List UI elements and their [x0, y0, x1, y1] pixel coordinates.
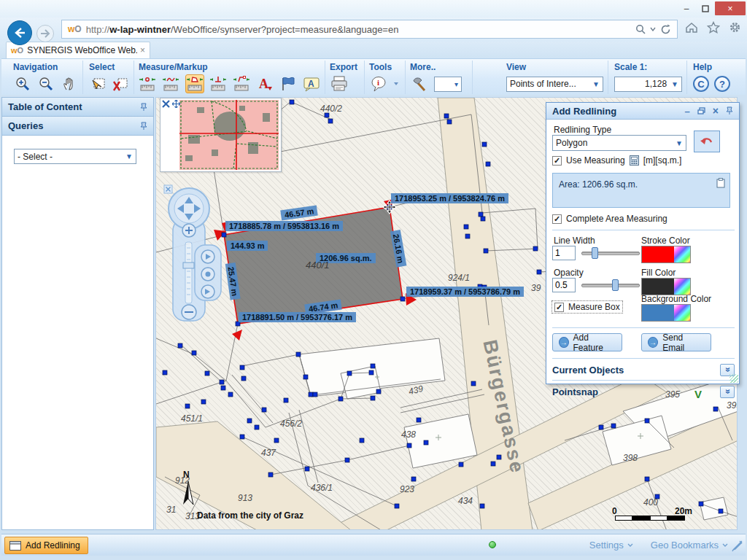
color-picker-rainbow[interactable] — [674, 246, 690, 262]
refresh-icon[interactable] — [660, 24, 671, 35]
measure-path-button[interactable] — [233, 74, 251, 93]
tab-weboffice[interactable]: wO SYNERGIS WebOffice Web... × — [6, 42, 150, 58]
pin-icon[interactable] — [140, 122, 147, 131]
checkbox-checked[interactable]: ✓ — [554, 303, 564, 312]
measure-line-button[interactable] — [162, 74, 180, 93]
titlebar: – × — [0, 0, 747, 18]
maximize-button[interactable] — [696, 1, 715, 15]
tools-hammer-button[interactable] — [410, 74, 429, 93]
query-select[interactable]: - Select - ▼ — [14, 149, 136, 164]
favorites-star-icon[interactable] — [707, 21, 720, 34]
more-tools-select[interactable]: ▾ — [434, 77, 462, 92]
use-measuring-label: Use Measuring — [566, 155, 625, 166]
geo-bookmarks-menu[interactable]: Geo Bookmarks — [651, 540, 728, 551]
copyright-button[interactable]: C — [693, 76, 709, 92]
tab-close-icon[interactable]: × — [140, 45, 145, 55]
minimize-button[interactable]: – — [677, 1, 696, 15]
close-button[interactable]: × — [715, 1, 746, 15]
geo-bookmarks-label: Geo Bookmarks — [651, 540, 719, 551]
toolbar-group-more: More.. ▾ — [406, 61, 473, 94]
background-color-label: Background Color — [641, 294, 711, 304]
stroke-color-value[interactable] — [642, 246, 674, 262]
overview-move-icon[interactable] — [172, 100, 180, 108]
send-email-button[interactable]: → Send Email — [641, 333, 711, 351]
group-title-measure: Measure/Markup — [139, 62, 320, 74]
stroke-color-swatch[interactable] — [641, 246, 691, 263]
back-button[interactable] — [7, 20, 32, 45]
pin-icon[interactable] — [140, 103, 147, 112]
forward-button[interactable] — [36, 25, 54, 42]
panel-minimize-icon[interactable]: – — [685, 106, 690, 117]
fill-color-swatch[interactable] — [641, 278, 691, 295]
calculator-icon — [630, 155, 639, 166]
search-dropdown-icon[interactable] — [650, 27, 656, 31]
slider-thumb[interactable] — [612, 279, 619, 291]
color-picker-rainbow[interactable] — [674, 279, 690, 295]
use-measuring-checkbox[interactable]: ✓ Use Measuring [m][sq.m.] — [552, 155, 681, 166]
sidebar-item-table-of-content[interactable]: Table of Content — [2, 98, 153, 117]
help-button[interactable]: ? — [714, 76, 730, 92]
window-icon — [9, 541, 21, 551]
expand-pointsnap-button[interactable]: « — [720, 386, 735, 398]
color-picker-rainbow[interactable] — [674, 305, 690, 321]
print-button[interactable] — [330, 74, 349, 93]
clipboard-icon[interactable] — [716, 178, 725, 188]
maptip-button[interactable]: i — [369, 74, 388, 93]
zoom-out-button[interactable] — [36, 74, 55, 93]
pointsnap-section[interactable]: Pointsnap « — [546, 383, 740, 400]
opacity-input[interactable] — [552, 278, 576, 292]
add-label-button[interactable]: A — [302, 74, 320, 93]
browser-window: – × wO http://w-lap-wintner/WebOffice/sy… — [0, 0, 747, 560]
panel-titlebar[interactable]: Add Redlining – × — [546, 103, 739, 120]
sidebar-item-queries[interactable]: Queries — [2, 117, 153, 136]
measure-path-icon — [233, 75, 250, 93]
current-objects-section[interactable]: Current Objects « — [546, 361, 740, 378]
settings-menu[interactable]: Settings — [589, 540, 633, 551]
home-icon[interactable] — [685, 22, 698, 34]
measure-area-button[interactable] — [185, 74, 204, 93]
slider-thumb[interactable] — [592, 247, 598, 259]
add-redlining-task-button[interactable]: Add Redlining — [4, 537, 88, 554]
background-color-swatch[interactable] — [641, 304, 691, 322]
scale-select[interactable]: 1,128 ▼ — [614, 77, 682, 92]
settings-gear-icon[interactable] — [729, 21, 741, 34]
map-nav-widget[interactable] — [163, 184, 215, 322]
complete-area-checkbox[interactable]: ✓ Complete Area Measuring — [552, 214, 667, 224]
view-select[interactable]: Points of Intere... ▼ — [506, 77, 603, 92]
panel-close-icon[interactable]: × — [713, 105, 719, 117]
opacity-slider[interactable] — [581, 279, 640, 291]
sidebar: Table of Content Queries - Select - ▼ — [1, 97, 154, 530]
redlining-type-select[interactable]: Polygon ▼ — [552, 135, 686, 151]
pan-button[interactable] — [60, 74, 78, 93]
fill-color-value[interactable] — [642, 279, 674, 295]
url-text: http://w-lap-wintner/WebOffice/synserver… — [86, 24, 635, 35]
overview-map[interactable] — [160, 98, 282, 172]
pen-icon[interactable] — [731, 539, 744, 552]
clear-selection-button[interactable] — [112, 74, 129, 93]
chevron-down-icon: ▼ — [125, 152, 133, 160]
line-width-input[interactable] — [552, 246, 576, 260]
measure-point-button[interactable] — [139, 74, 157, 93]
add-feature-button[interactable]: → Add Feature — [552, 333, 622, 351]
undo-button[interactable] — [694, 131, 720, 152]
measure-box-checkbox[interactable]: ✓ Measure Box — [552, 301, 622, 313]
checkbox-checked[interactable]: ✓ — [552, 214, 562, 224]
overview-close-icon[interactable] — [162, 100, 170, 108]
select-button[interactable] — [89, 74, 107, 93]
zoom-in-button[interactable] — [13, 74, 31, 93]
background-color-value[interactable] — [642, 305, 674, 321]
panel-restore-icon[interactable] — [697, 107, 705, 114]
line-width-slider[interactable] — [581, 247, 640, 259]
add-text-button[interactable]: A — [255, 74, 274, 93]
panel-pin-icon[interactable] — [726, 106, 733, 115]
parcel-label: 398 — [623, 453, 638, 463]
add-flag-button[interactable] — [279, 74, 297, 93]
measure-perpendicular-button[interactable] — [209, 74, 228, 93]
tab-bar: wO SYNERGIS WebOffice Web... × — [0, 42, 747, 58]
search-icon[interactable] — [635, 24, 646, 34]
checkbox-checked[interactable]: ✓ — [552, 156, 562, 166]
panel-resize-grip[interactable] — [729, 374, 738, 383]
address-bar[interactable]: wO http://w-lap-wintner/WebOffice/synser… — [61, 20, 678, 39]
send-email-label: Send Email — [662, 332, 705, 353]
tools-dropdown-icon[interactable] — [393, 82, 399, 86]
